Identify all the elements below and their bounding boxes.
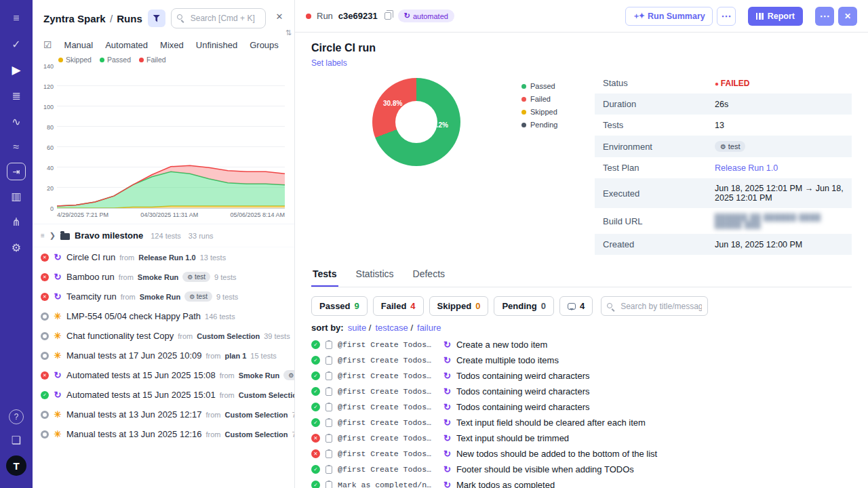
runs-filter-tab[interactable]: Manual: [64, 40, 94, 50]
legend-item: Passed: [100, 56, 131, 64]
run-list-item[interactable]: Automated tests at 15 Jun 2025 15:01 fro…: [33, 385, 294, 405]
sort-option[interactable]: suite: [348, 323, 372, 333]
import-icon[interactable]: ⇥: [7, 163, 26, 180]
runs-filter-tab[interactable]: Mixed: [160, 40, 184, 50]
test-row[interactable]: @first Create Todos… Text input field sh…: [311, 415, 852, 430]
test-row[interactable]: @first Create Todos… Create a new todo i…: [311, 337, 852, 352]
run-status-icon: [41, 411, 49, 419]
run-list-item[interactable]: Circle CI run from Release Run 1.0 13 te…: [33, 247, 294, 267]
suites-icon[interactable]: ≣: [5, 85, 27, 106]
clipboard-icon[interactable]: [326, 388, 332, 396]
run-info-table: Status FAILED Duration 26s Tests 13: [595, 73, 852, 255]
clipboard-icon[interactable]: [326, 450, 332, 458]
test-row[interactable]: @first Create Todos… New todos should be…: [311, 446, 852, 462]
run-list-item[interactable]: LMP-554 05/04 check Happy Path 146 tests…: [33, 306, 294, 326]
run-list-item[interactable]: Teamcity run from Smoke Run test 9 tests…: [33, 287, 294, 306]
test-status-icon: [311, 418, 320, 427]
detail-tab[interactable]: Defects: [412, 264, 446, 287]
legend-dot: [100, 58, 104, 62]
info-label: Test Plan: [603, 163, 715, 173]
clipboard-icon[interactable]: [326, 372, 332, 380]
drag-handle-icon[interactable]: ≡: [41, 232, 45, 239]
folder-runs-count: 33 runs: [189, 232, 214, 240]
test-row[interactable]: @first Create Todos… Create multiple tod…: [311, 352, 852, 368]
settings-icon[interactable]: ⚙: [5, 237, 27, 258]
runs-filter-tab[interactable]: Automated: [105, 40, 148, 50]
report-button[interactable]: Report: [748, 7, 803, 26]
panel-sort-icon[interactable]: ⇅: [285, 28, 292, 37]
clipboard-icon[interactable]: [326, 357, 332, 365]
status-filter-chip[interactable]: Passed 9: [311, 296, 368, 316]
run-name: Manual tests at 13 Jun 2025 12:17: [66, 409, 201, 420]
logo[interactable]: T: [6, 455, 26, 476]
test-row[interactable]: @first Create Todos… Footer should be vi…: [311, 462, 852, 477]
reports-icon[interactable]: ▥: [5, 186, 27, 206]
branches-icon[interactable]: ⋔: [5, 211, 27, 232]
test-row[interactable]: @first Create Todos… Todos containing we…: [311, 368, 852, 384]
test-row[interactable]: @first Create Todos… Todos containing we…: [311, 399, 852, 415]
comments-filter-chip[interactable]: 4: [559, 296, 593, 316]
sort-option[interactable]: failure: [417, 323, 441, 333]
runs-search-input[interactable]: [171, 8, 266, 28]
chevron-right-icon[interactable]: ❯: [50, 231, 56, 240]
test-row[interactable]: @first Create Todos… Text input should b…: [311, 430, 852, 446]
run-tests-count: 748 tests: [292, 411, 294, 419]
help-icon[interactable]: ?: [9, 409, 24, 424]
automated-icon: [443, 449, 451, 459]
status-filter-chip[interactable]: Skipped 0: [429, 296, 489, 316]
clipboard-icon[interactable]: [326, 466, 332, 474]
run-list-item[interactable]: Manual tests at 17 Jun 2025 10:09 from p…: [33, 346, 294, 365]
run-name: Circle CI run: [66, 252, 115, 262]
copy-icon[interactable]: [384, 12, 391, 20]
runs-filter-tab[interactable]: Groups: [250, 40, 279, 50]
runs-list: ≡ ❯ Bravo milestone 124 tests 33 runs Ci…: [33, 224, 294, 488]
pulse-icon[interactable]: ≈: [5, 137, 27, 157]
run-status-icon: [41, 352, 49, 360]
projects-icon[interactable]: ❏: [5, 430, 27, 450]
clipboard-icon[interactable]: [326, 434, 332, 443]
test-title: Create a new todo item: [456, 340, 547, 350]
menu-icon[interactable]: ≡: [5, 8, 27, 28]
status-filter-chip[interactable]: Pending 0: [494, 296, 554, 316]
test-title: New todos should be added to the bottom …: [456, 449, 657, 459]
test-suite: @first Create Todos…: [338, 465, 438, 474]
detail-tab[interactable]: Statistics: [355, 264, 395, 287]
filter-button[interactable]: [148, 9, 165, 27]
run-list-item[interactable]: Manual tests at 13 Jun 2025 12:16 from C…: [33, 424, 294, 444]
test-row[interactable]: @first Create Todos… Todos containing we…: [311, 384, 852, 399]
info-value: test: [715, 141, 745, 152]
filter-count: 0: [541, 301, 546, 311]
milestone-folder-row[interactable]: ≡ ❯ Bravo milestone 124 tests 33 runs: [33, 224, 294, 247]
legend-dot: [139, 58, 144, 62]
more-actions-button[interactable]: [815, 7, 834, 26]
run-source: plan 1: [224, 352, 246, 360]
clipboard-icon[interactable]: [326, 341, 332, 349]
donut-passed-label: 69.2%: [429, 121, 448, 129]
analytics-icon[interactable]: ∿: [5, 111, 27, 131]
runs-filter-tab[interactable]: Unfinished: [196, 40, 237, 50]
tests-icon[interactable]: ✓: [5, 34, 27, 54]
tests-list: @first Create Todos… Create a new todo i…: [311, 337, 852, 488]
set-labels-link[interactable]: Set labels: [311, 58, 347, 68]
runs-icon[interactable]: ▶: [5, 60, 27, 80]
run-list-item[interactable]: Bamboo run from Smoke Run test 9 tests ⚙: [33, 267, 294, 287]
run-summary-button[interactable]: Run Summary: [625, 7, 713, 26]
clipboard-icon[interactable]: [326, 481, 332, 488]
test-row[interactable]: Mark as completed/n… Mark todos as compl…: [311, 477, 852, 488]
tests-search-input[interactable]: [601, 296, 708, 316]
clipboard-icon[interactable]: [326, 403, 332, 411]
detail-tab[interactable]: Tests: [311, 264, 338, 287]
run-list-item[interactable]: Chat functionality test Copy from Custom…: [33, 326, 294, 346]
run-status-icon: [41, 293, 49, 301]
panel-close-button[interactable]: ✕: [271, 8, 288, 24]
close-run-button[interactable]: [838, 7, 857, 26]
sort-option[interactable]: testcase: [375, 323, 413, 333]
bar-chart-icon: [756, 13, 764, 20]
status-filter-chip[interactable]: Failed 4: [373, 296, 424, 316]
summary-more-button[interactable]: [717, 7, 736, 26]
checklist-icon[interactable]: ☑: [43, 39, 52, 50]
close-icon: [844, 12, 851, 21]
run-list-item[interactable]: Automated tests at 15 Jun 2025 15:08 fro…: [33, 365, 294, 385]
run-list-item[interactable]: Manual tests at 13 Jun 2025 12:17 from C…: [33, 405, 294, 424]
clipboard-icon[interactable]: [326, 419, 332, 427]
